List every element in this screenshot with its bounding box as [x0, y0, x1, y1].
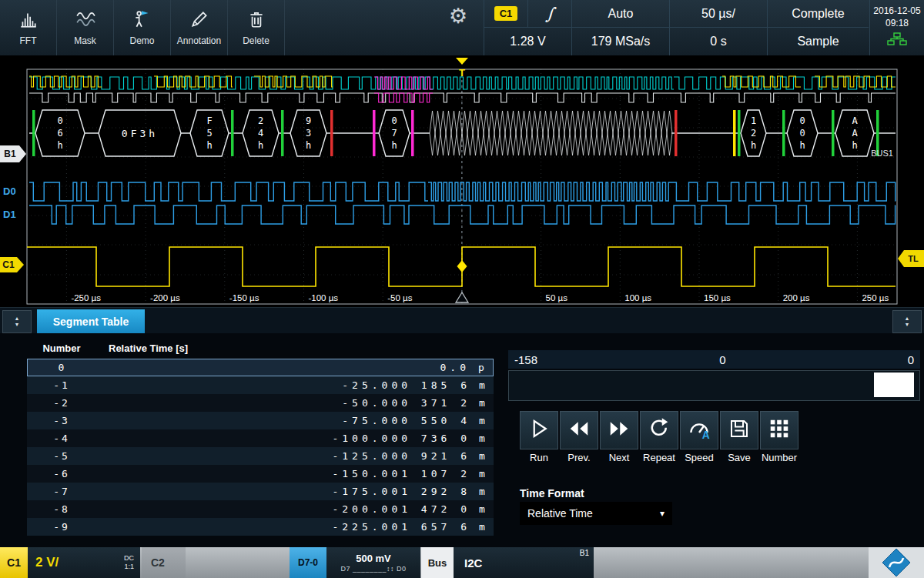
demo-button[interactable]: Demo — [114, 0, 171, 55]
save-button[interactable] — [720, 411, 758, 449]
channel-bar: C1 2 V/ DC1:1 C2 D7-0 500 mV D7 ________… — [0, 547, 924, 578]
bus-marker-bar — [832, 110, 835, 156]
bus-frame-value: 0 — [799, 115, 805, 126]
bus-frame-value: 2 — [751, 128, 756, 139]
time-format-value: Relative Time — [527, 507, 593, 520]
waveform-display[interactable]: 06h0F3hF5h24h93h07h12h00hAAh-250 µs-200 … — [0, 55, 924, 307]
annotation-label: Annotation — [177, 35, 221, 46]
mask-button[interactable]: Mask — [57, 0, 114, 55]
channel-c2-widget[interactable]: C2 — [142, 547, 186, 578]
trash-icon — [246, 9, 266, 32]
time-axis-label: -200 µs — [150, 293, 180, 302]
arrow-down-icon: ▼ — [905, 322, 910, 328]
table-row[interactable]: -7-175.001 292 8m — [27, 483, 494, 500]
trigger-mode-cell[interactable]: Auto — [571, 0, 669, 28]
bus-frame-value: h — [206, 140, 212, 151]
arrow-down-icon: ▼ — [15, 322, 20, 328]
time-axis-label: 200 µs — [783, 293, 810, 302]
bus-protocol: I2C — [454, 556, 482, 570]
table-row[interactable]: -1-25.000 185 6m — [27, 376, 494, 394]
channel-c1-widget[interactable]: C1 2 V/ DC1:1 — [0, 547, 140, 578]
fft-button[interactable]: FFT — [0, 0, 57, 55]
playback-controls: Run Prev. Next — [520, 411, 798, 463]
bus-frame-value: 0 — [57, 115, 62, 126]
tab-scroll-left-button[interactable]: ▲ ▼ — [2, 310, 32, 333]
loop-icon — [648, 417, 671, 443]
speed-button[interactable]: A — [680, 411, 718, 449]
sample-rate-cell[interactable]: 179 MSa/s — [571, 28, 669, 55]
arrow-up-icon: ▲ — [15, 316, 20, 322]
scrollbar-handle[interactable] — [874, 373, 914, 397]
time-axis-label: -150 µs — [229, 293, 259, 302]
run-button[interactable] — [520, 411, 558, 449]
bus-marker-bar — [675, 110, 678, 156]
fft-icon — [18, 9, 38, 32]
prev-button[interactable] — [560, 411, 598, 449]
segment-scrollbar[interactable] — [508, 370, 920, 401]
settings-gear-icon[interactable]: ⚙ — [449, 6, 467, 27]
arrow-up-icon: ▲ — [905, 316, 910, 322]
range-min: -158 — [514, 353, 537, 366]
next-button[interactable] — [600, 411, 638, 449]
bus-frame-value: 1 — [751, 115, 756, 126]
table-row[interactable]: -9-225.001 657 6m — [27, 518, 494, 536]
table-row[interactable]: -3-75.000 550 4m — [27, 412, 494, 429]
fft-label: FFT — [20, 35, 37, 46]
trigger-source-cell[interactable]: C1 — [484, 0, 527, 28]
number-button[interactable] — [760, 411, 798, 449]
speed-label: Speed — [685, 452, 714, 463]
d70-panel: 500 mV D7 ________↕↕ D0 — [326, 547, 420, 578]
grid-icon — [768, 417, 791, 443]
floppy-icon — [728, 417, 751, 443]
d70-scale: 500 mV — [356, 553, 391, 564]
result-tabbar: ▲ ▼ Segment Table ▲ ▼ — [0, 307, 924, 334]
bus-frame-value: 7 — [391, 128, 397, 139]
delete-button[interactable]: Delete — [228, 0, 285, 55]
mask-icon — [75, 9, 95, 32]
table-row[interactable]: -8-200.001 472 0m — [27, 500, 494, 518]
horizontal-position-cell[interactable]: 0 s — [669, 28, 767, 55]
bus-frame-value: h — [306, 140, 311, 151]
bus-frame-value: 4 — [258, 128, 263, 139]
c1-panel: 2 V/ DC1:1 — [28, 547, 140, 578]
rs-logo — [869, 547, 924, 578]
tab-segment-table[interactable]: Segment Table — [37, 309, 145, 334]
trigger-slope-cell[interactable]: ∫ — [527, 0, 571, 28]
timebase-cell[interactable]: 50 µs/ — [669, 0, 767, 28]
bus-marker-bar — [231, 110, 234, 156]
table-row[interactable]: -2-50.000 371 2m — [27, 394, 494, 412]
repeat-button[interactable] — [640, 411, 678, 449]
run-label: Run — [530, 452, 548, 463]
table-row[interactable]: 00.0p — [27, 359, 494, 376]
toolbar-buttons: FFT Mask Demo — [0, 0, 285, 55]
tab-scroll-right-button[interactable]: ▲ ▼ — [892, 310, 922, 333]
bus-frame-value: h — [391, 140, 397, 151]
bus-widget[interactable]: Bus I2C B1 — [421, 547, 594, 578]
bus-marker-bar — [733, 110, 736, 156]
bus-frame-value: h — [57, 140, 62, 151]
annotation-button[interactable]: Annotation — [171, 0, 228, 55]
acquisition-mode-cell[interactable]: Sample — [767, 28, 869, 55]
digital-d70-widget[interactable]: D7-0 500 mV D7 ________↕↕ D0 — [290, 547, 420, 578]
time-axis-label: -100 µs — [309, 293, 339, 302]
segment-table-panel: Number Relative Time [s] 00.0p-1-25.000 … — [0, 333, 924, 547]
time-axis-label: -250 µs — [71, 293, 101, 302]
bus-frame-value: 6 — [57, 128, 62, 139]
svg-text:B1: B1 — [4, 149, 16, 159]
time-format-dropdown[interactable]: Relative Time ▾ — [520, 502, 672, 525]
table-row[interactable]: -6-150.001 107 2m — [27, 465, 494, 483]
status-grid: C1 ∫ Auto 50 µs/ Complete 1.28 V 179 MSa… — [484, 0, 869, 55]
time-format-label: Time Format — [520, 487, 584, 499]
bus-assigned: B1 — [580, 549, 589, 557]
bus-frame-value: A — [852, 128, 858, 139]
bus-frame-value: 2 — [258, 115, 263, 126]
time-axis-label: 100 µs — [624, 293, 651, 302]
table-row[interactable]: -4-100.000 736 0m — [27, 429, 494, 447]
table-row[interactable]: -5-125.000 921 6m — [27, 447, 494, 465]
acquisition-state-cell[interactable]: Complete — [767, 0, 869, 28]
oscilloscope-screen: FFT Mask Demo — [0, 0, 924, 578]
datetime-display: 2016-12-05 09:18 — [869, 0, 924, 55]
time-axis-label: -50 µs — [387, 293, 412, 302]
delete-label: Delete — [243, 35, 270, 46]
trigger-level-cell[interactable]: 1.28 V — [484, 28, 571, 55]
